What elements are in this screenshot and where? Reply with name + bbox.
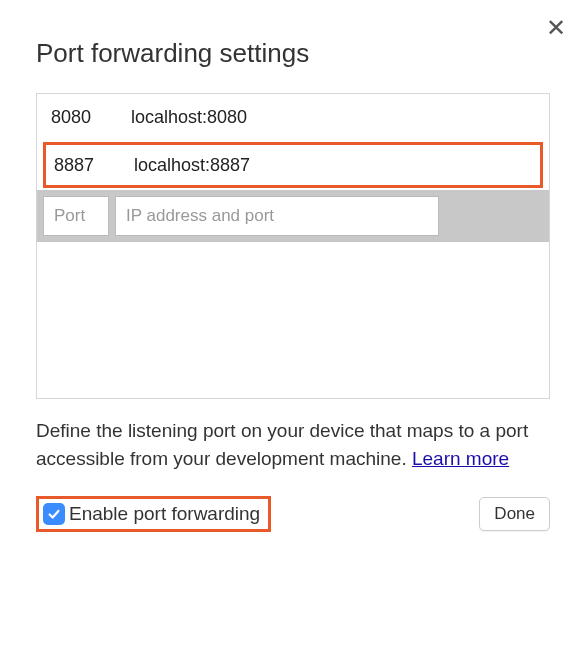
address-input[interactable] [115, 196, 439, 236]
port-mapping-table: 8080 localhost:8080 8887 localhost:8887 [36, 93, 550, 399]
enable-forwarding-checkbox-wrap[interactable]: Enable port forwarding [36, 496, 271, 532]
table-row[interactable]: 8080 localhost:8080 [37, 94, 549, 140]
dialog-title: Port forwarding settings [36, 38, 550, 69]
checkbox-label: Enable port forwarding [69, 503, 260, 525]
address-cell: localhost:8080 [131, 107, 535, 128]
description-text: Define the listening port on your device… [36, 417, 550, 472]
close-icon: ✕ [546, 14, 566, 41]
new-mapping-row [37, 190, 549, 242]
address-cell: localhost:8887 [134, 155, 532, 176]
port-cell: 8080 [51, 107, 131, 128]
checkbox-icon [43, 503, 65, 525]
dialog-footer: Enable port forwarding Done [36, 496, 550, 532]
port-input[interactable] [43, 196, 109, 236]
port-cell: 8887 [54, 155, 134, 176]
table-row[interactable]: 8887 localhost:8887 [43, 142, 543, 188]
close-button[interactable]: ✕ [546, 16, 566, 40]
learn-more-link[interactable]: Learn more [412, 448, 509, 469]
done-button[interactable]: Done [479, 497, 550, 531]
